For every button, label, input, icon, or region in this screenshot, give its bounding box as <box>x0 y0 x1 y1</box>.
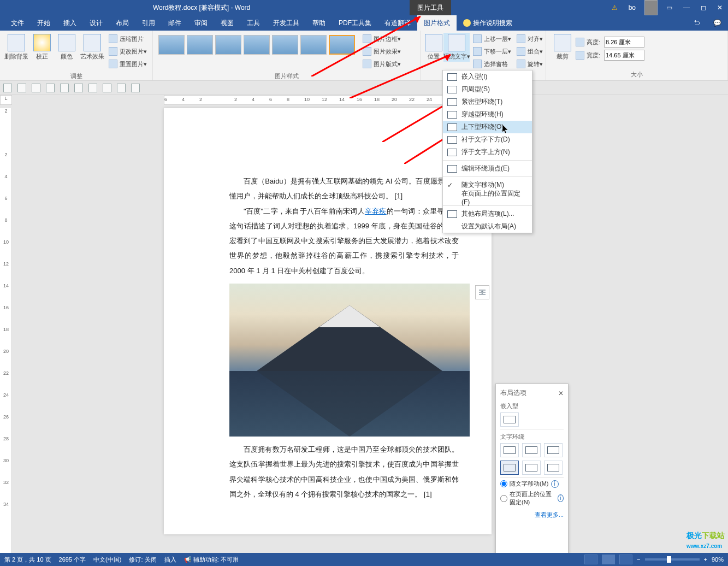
tab-help[interactable]: 帮助 <box>306 15 332 31</box>
height-input[interactable] <box>604 37 644 48</box>
tab-home[interactable]: 开始 <box>31 15 57 31</box>
bring-forward-button[interactable]: 上移一层▾ <box>471 33 513 45</box>
crop-button[interactable]: 裁剪 <box>549 33 576 62</box>
zoom-level[interactable]: 90% <box>712 556 724 563</box>
tab-developer[interactable]: 开发工具 <box>267 15 306 31</box>
wrap-behind[interactable]: 衬于文字下方(D) <box>443 133 532 146</box>
remove-background-button[interactable]: 删除背景 <box>3 33 29 62</box>
edit-wrap-points[interactable]: 编辑环绕顶点(E) <box>443 162 532 175</box>
position-button[interactable]: 位置 <box>424 33 443 62</box>
tab-file[interactable]: 文件 <box>4 15 31 31</box>
width-input[interactable] <box>604 50 644 61</box>
set-default-layout[interactable]: 设置为默认布局(A) <box>443 220 532 233</box>
picture-layout-button[interactable]: 图片版式▾ <box>360 58 403 70</box>
web-layout-button[interactable] <box>619 555 632 564</box>
picture-effects-button[interactable]: 图片效果▾ <box>360 45 403 57</box>
page-indicator[interactable]: 第 2 页，共 10 页 <box>4 556 51 564</box>
picture-border-button[interactable]: 图片边框▾ <box>360 33 403 45</box>
wrap-front[interactable]: 浮于文字上方(N) <box>443 146 532 158</box>
wrap-top-bottom[interactable]: 上下型环绕(O) <box>443 121 532 133</box>
share-icon[interactable]: ⮌ <box>687 19 707 27</box>
style-thumb[interactable] <box>187 35 213 55</box>
inserted-picture[interactable] <box>229 284 459 437</box>
user-name[interactable]: bo <box>623 0 641 15</box>
tab-translate[interactable]: 有道翻译 <box>378 15 417 31</box>
zoom-out[interactable]: − <box>637 556 640 563</box>
warning-icon[interactable]: ⚠ <box>606 0 623 15</box>
insert-mode[interactable]: 插入 <box>164 556 176 564</box>
picture-style-gallery[interactable] <box>156 33 357 57</box>
wrap-text-button[interactable]: 环绕文字▾ <box>443 33 470 62</box>
layout-through-option[interactable] <box>544 443 563 457</box>
comments-icon[interactable]: 💬 <box>707 19 728 27</box>
layout-tight-option[interactable] <box>522 443 541 457</box>
ribbon-display-icon[interactable]: ▭ <box>661 0 678 15</box>
style-thumb-selected[interactable] <box>329 35 355 55</box>
wrap-through[interactable]: 穿越型环绕(H) <box>443 108 532 121</box>
align-button[interactable]: 对齐▾ <box>514 33 545 45</box>
accessibility[interactable]: 📢 辅助功能: 不可用 <box>184 556 239 564</box>
color-button[interactable]: 颜色 <box>55 33 80 62</box>
info-icon[interactable]: i <box>558 494 564 502</box>
track-changes[interactable]: 修订: 关闭 <box>129 556 156 564</box>
more-layout-options[interactable]: 其他布局选项(L)... <box>443 208 532 220</box>
tab-layout[interactable]: 布局 <box>109 15 135 31</box>
zoom-slider[interactable] <box>645 558 700 561</box>
print-layout-button[interactable] <box>602 555 615 564</box>
tab-tools[interactable]: 工具 <box>240 15 267 31</box>
style-thumb[interactable] <box>300 35 327 55</box>
avatar[interactable] <box>644 0 658 15</box>
tab-insert[interactable]: 插入 <box>57 15 83 31</box>
qat-icon[interactable] <box>46 84 55 92</box>
tab-references[interactable]: 引用 <box>135 15 162 31</box>
see-more-link[interactable]: 查看更多... <box>500 511 564 519</box>
maximize-button[interactable]: ◻ <box>695 0 712 15</box>
wrap-inline[interactable]: 嵌入型(I) <box>443 70 532 83</box>
tab-review[interactable]: 审阅 <box>188 15 214 31</box>
qat-icon[interactable] <box>60 84 69 92</box>
qat-icon[interactable] <box>74 84 83 92</box>
qat-icon[interactable] <box>88 84 97 92</box>
tab-view[interactable]: 视图 <box>214 15 240 31</box>
read-mode-button[interactable] <box>584 555 597 564</box>
fix-position-radio[interactable]: 在页面上的位置固定(N)i <box>500 490 564 506</box>
reset-pic-button[interactable]: 重置图片▾ <box>106 58 149 70</box>
layout-square-option[interactable] <box>500 443 519 457</box>
send-backward-button[interactable]: 下移一层▾ <box>471 45 513 57</box>
word-count[interactable]: 2695 个字 <box>59 556 86 564</box>
rotate-button[interactable]: 旋转▾ <box>514 58 545 70</box>
layout-inline-option[interactable] <box>500 412 519 427</box>
language[interactable]: 中文(中国) <box>93 556 121 564</box>
save-icon[interactable] <box>3 84 12 92</box>
qat-icon[interactable] <box>103 84 111 92</box>
tab-pdf[interactable]: PDF工具集 <box>332 15 378 31</box>
layout-front-option[interactable] <box>544 461 563 475</box>
artistic-button[interactable]: 艺术效果 <box>79 33 105 62</box>
minimize-button[interactable]: — <box>678 0 695 15</box>
selection-pane-button[interactable]: 选择窗格 <box>471 58 513 70</box>
tab-picture-format[interactable]: 图片格式 <box>417 15 457 31</box>
tab-mailings[interactable]: 邮件 <box>162 15 188 31</box>
info-icon[interactable]: i <box>551 480 559 488</box>
group-button[interactable]: 组合▾ <box>514 45 545 57</box>
qat-icon[interactable] <box>131 84 140 92</box>
wrap-square[interactable]: 四周型(S) <box>443 83 532 96</box>
move-with-text-radio[interactable]: 随文字移动(M)i <box>500 480 564 488</box>
context-tab-picture-tools[interactable]: 图片工具 <box>410 0 451 15</box>
link-xinqiji[interactable]: 辛弃疾 <box>365 207 387 215</box>
style-thumb[interactable] <box>272 35 298 55</box>
compress-button[interactable]: 压缩图片 <box>106 33 149 45</box>
redo-icon[interactable] <box>32 84 40 92</box>
close-icon[interactable]: ✕ <box>558 390 564 397</box>
style-thumb[interactable] <box>244 35 270 55</box>
tell-me[interactable]: 操作说明搜索 <box>463 19 512 28</box>
qat-icon[interactable] <box>117 84 126 92</box>
undo-icon[interactable] <box>17 84 26 92</box>
tab-design[interactable]: 设计 <box>83 15 109 31</box>
fix-on-page[interactable]: 在页面上的位置固定(F) <box>443 191 532 204</box>
layout-topbottom-option[interactable] <box>500 461 519 475</box>
zoom-in[interactable]: + <box>704 556 707 563</box>
corrections-button[interactable]: 校正 <box>29 33 55 62</box>
style-thumb[interactable] <box>158 35 185 55</box>
vertical-ruler[interactable]: 2246810121416182022242628303234 <box>0 108 12 553</box>
